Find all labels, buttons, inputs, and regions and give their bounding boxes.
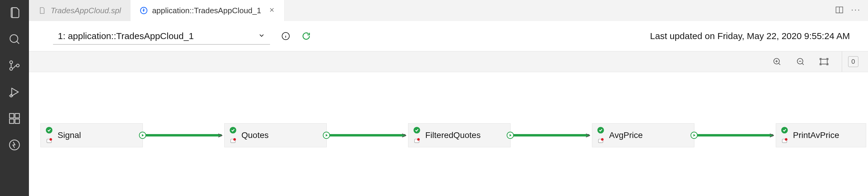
link (689, 134, 773, 136)
pe-icon (781, 136, 788, 144)
source-control-icon[interactable] (8, 59, 21, 73)
svg-rect-8 (15, 114, 20, 118)
editor-actions: ··· (835, 0, 868, 21)
status-ok-icon (781, 126, 788, 134)
tab-graph-view[interactable]: application::TradesAppCloud_1 (130, 0, 284, 21)
node-label: Signal (58, 130, 81, 140)
link (321, 134, 406, 136)
chevron-down-icon (258, 31, 265, 41)
pe-icon (45, 136, 53, 144)
output-port-icon[interactable] (506, 131, 514, 139)
svg-rect-6 (10, 119, 14, 124)
operator-node[interactable]: > AvgPrice (592, 123, 694, 147)
pe-icon (413, 136, 421, 144)
svg-point-18 (50, 138, 52, 141)
svg-rect-7 (15, 119, 20, 124)
node-label: AvgPrice (609, 130, 643, 140)
graph-subheader: 1: application::TradesAppCloud_1 Last up… (29, 21, 868, 51)
svg-point-22 (233, 138, 236, 141)
zoom-in-icon[interactable] (771, 56, 783, 67)
node-label: FilteredQuotes (425, 130, 481, 140)
streams-icon[interactable] (8, 138, 21, 153)
notification-counter[interactable]: 0 (842, 51, 864, 72)
tab-file-spl[interactable]: TradesAppCloud.spl (29, 0, 130, 21)
svg-rect-15 (821, 59, 827, 64)
input-port-icon[interactable]: > (400, 131, 408, 140)
tab-label: TradesAppCloud.spl (51, 6, 121, 15)
output-port-icon[interactable] (322, 131, 330, 139)
zoom-out-icon[interactable] (795, 56, 806, 67)
svg-point-1 (10, 61, 12, 64)
run-debug-icon[interactable] (8, 85, 21, 100)
svg-rect-5 (10, 114, 14, 118)
operator-node[interactable]: Signal (40, 123, 143, 147)
search-icon[interactable] (8, 33, 21, 47)
instance-selector[interactable]: 1: application::TradesAppCloud_1 (53, 28, 270, 44)
fit-screen-icon[interactable] (818, 56, 830, 67)
graph-canvas[interactable]: Signal > Quotes > FilteredQuotes > (29, 72, 868, 196)
canvas-toolbar: 0 (29, 51, 868, 72)
status-ok-icon (597, 126, 604, 134)
explorer-icon[interactable] (8, 6, 21, 21)
link (505, 134, 590, 136)
streams-tab-icon (140, 6, 148, 15)
close-icon[interactable] (266, 6, 275, 15)
tab-label: application::TradesAppCloud_1 (152, 6, 261, 15)
operator-node[interactable]: > Quotes (224, 123, 327, 147)
pe-icon (597, 136, 604, 144)
split-editor-icon[interactable] (835, 5, 844, 15)
output-port-icon[interactable] (138, 131, 147, 139)
node-label: PrintAvPrice (793, 130, 839, 140)
operator-node[interactable]: > PrintAvPrice (776, 123, 866, 147)
status-ok-icon (229, 126, 237, 134)
link (137, 134, 222, 136)
counter-value: 0 (848, 56, 858, 67)
input-port-icon[interactable]: > (584, 131, 592, 140)
input-port-icon[interactable]: > (216, 131, 224, 140)
svg-point-30 (601, 138, 604, 141)
info-icon[interactable] (281, 31, 290, 41)
last-updated-label: Last updated on Friday, May 22, 2020 9:5… (650, 31, 850, 41)
node-label: Quotes (241, 130, 269, 140)
tab-strip: TradesAppCloud.spl application::TradesAp… (29, 0, 868, 21)
pe-icon (229, 136, 237, 144)
svg-point-0 (10, 35, 18, 42)
svg-point-26 (417, 138, 420, 141)
file-icon (38, 6, 46, 15)
more-actions-icon[interactable]: ··· (851, 5, 861, 16)
status-ok-icon (413, 126, 421, 134)
refresh-icon[interactable] (301, 31, 311, 41)
status-ok-icon (45, 126, 53, 134)
svg-point-2 (10, 67, 12, 70)
operator-node[interactable]: > FilteredQuotes (408, 123, 510, 147)
editor-area: TradesAppCloud.spl application::TradesAp… (29, 0, 868, 196)
output-port-icon[interactable] (690, 131, 698, 139)
activity-bar (0, 0, 29, 196)
instance-selector-label: 1: application::TradesAppCloud_1 (58, 31, 194, 41)
input-port-icon[interactable]: > (768, 131, 776, 140)
svg-point-34 (785, 138, 787, 141)
extensions-icon[interactable] (8, 112, 21, 126)
